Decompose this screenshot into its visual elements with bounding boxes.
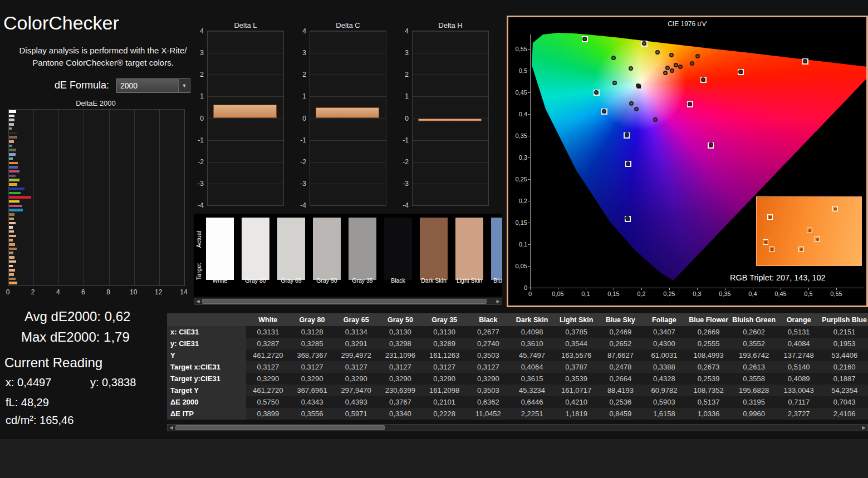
table-cell: 0,2555 bbox=[686, 338, 731, 349]
scroll-right-icon[interactable]: ▶ bbox=[860, 425, 867, 431]
de-bar bbox=[9, 222, 16, 225]
de-bar bbox=[9, 230, 14, 233]
swatch-label: White bbox=[206, 277, 234, 284]
swatch-scrollbar[interactable]: ◀ ▶ bbox=[194, 298, 502, 305]
table-cell: 368,7367 bbox=[290, 349, 334, 361]
swatch-label: Black bbox=[384, 277, 412, 284]
axis-tick-label: 3 bbox=[292, 49, 306, 57]
axis-tick-label: -3 bbox=[292, 180, 306, 188]
row-label: ΔE 2000 bbox=[167, 396, 246, 408]
swatch-target bbox=[491, 249, 502, 280]
table-cell: 0,5140 bbox=[777, 361, 821, 373]
description-line2: Pantone ColorChecker® target colors. bbox=[11, 57, 195, 69]
swatch-label: Gray 35 bbox=[349, 277, 376, 284]
tick-mark bbox=[614, 288, 614, 290]
scroll-right-icon[interactable]: ▶ bbox=[494, 298, 502, 304]
table-row: ΔE 20000,57500,43430,43930,37670,21010,6… bbox=[167, 396, 868, 408]
de-bar bbox=[9, 196, 31, 199]
swatch-target bbox=[277, 249, 305, 280]
table-cell: 0,2469 bbox=[599, 326, 643, 338]
table-cell: 0,3503 bbox=[467, 349, 510, 361]
axis-tick-label: -4 bbox=[189, 201, 204, 209]
table-cell: 1,0336 bbox=[686, 408, 731, 420]
table-header-row: WhiteGray 80Gray 65Gray 50Gray 35BlackDa… bbox=[167, 313, 868, 326]
inset-measured-marker bbox=[800, 248, 803, 251]
table-cell: 53,4406 bbox=[821, 349, 868, 361]
de-bar bbox=[9, 282, 17, 284]
table-cell: 0,3290 bbox=[467, 373, 510, 385]
tick-mark bbox=[528, 201, 530, 201]
cie-measured-marker bbox=[701, 77, 705, 82]
de-bar bbox=[9, 115, 14, 117]
swatch-label: Gray 80 bbox=[242, 277, 269, 284]
axis-tick-label: 0,55 bbox=[826, 290, 846, 297]
table-cell: 0,2539 bbox=[686, 373, 731, 385]
actual-row-label: Actual bbox=[195, 225, 202, 253]
swatch-patch bbox=[206, 218, 234, 280]
scroll-left-icon[interactable]: ◀ bbox=[194, 298, 202, 304]
table-cell: 0,3130 bbox=[378, 326, 422, 338]
table-cell: 0,9960 bbox=[731, 408, 777, 420]
swatch-label: Dark Skin bbox=[420, 277, 448, 284]
table-cell: 0,1953 bbox=[821, 338, 868, 349]
axis-tick-label: 0,2 bbox=[509, 198, 527, 204]
tick-mark bbox=[528, 92, 530, 93]
de-bar bbox=[9, 192, 21, 195]
delta-h-chart bbox=[412, 31, 489, 206]
table-cell: 0,3899 bbox=[246, 408, 290, 420]
swatch-patch bbox=[455, 218, 483, 280]
table-cell: 0,3290 bbox=[290, 373, 334, 385]
row-label: x: CIE31 bbox=[167, 326, 246, 338]
chevron-down-icon[interactable]: ▼ bbox=[178, 79, 190, 92]
cie-measured-marker bbox=[612, 81, 617, 85]
table-scrollbar-thumb[interactable] bbox=[175, 425, 385, 430]
tick-mark bbox=[528, 223, 530, 223]
delta-bar bbox=[316, 107, 379, 119]
table-cell: 461,2720 bbox=[246, 349, 290, 361]
axis-tick-label: -2 bbox=[292, 158, 306, 166]
cdm2-reading: cd/m²: 165,46 bbox=[6, 414, 73, 427]
scroll-left-icon[interactable]: ◀ bbox=[168, 425, 175, 431]
table-cell: 0,4328 bbox=[643, 373, 686, 385]
table-cell: 0,3539 bbox=[554, 373, 599, 385]
de-bar bbox=[9, 119, 14, 121]
delta-l-chart bbox=[207, 31, 284, 206]
table-cell: 1,6158 bbox=[643, 408, 686, 420]
table-cell: 1,1819 bbox=[554, 408, 599, 420]
current-reading-label: Current Reading bbox=[4, 355, 102, 371]
cie-measured-marker bbox=[626, 161, 630, 166]
swatch-patch bbox=[242, 218, 269, 280]
table-cell: 163,5576 bbox=[554, 349, 599, 361]
table-cell: 0,2677 bbox=[467, 326, 510, 338]
axis-tick-label: 6 bbox=[76, 288, 90, 296]
table-scrollbar[interactable]: ◀ ▶ bbox=[167, 424, 868, 431]
table-cell: 88,4193 bbox=[599, 385, 643, 396]
swatch-actual bbox=[491, 218, 502, 249]
swatch-label: Light Skin bbox=[455, 277, 483, 284]
table-cell: 0,3388 bbox=[643, 361, 686, 373]
de-bar bbox=[9, 157, 13, 160]
de-formula-dropdown[interactable]: 2000 ▼ bbox=[116, 78, 190, 93]
row-label: Y bbox=[167, 349, 246, 361]
tick-mark bbox=[586, 288, 586, 290]
table-cell: 0,5971 bbox=[334, 408, 378, 420]
cie-y-axis bbox=[530, 35, 531, 288]
delta-c-chart bbox=[310, 31, 386, 206]
de-bar bbox=[9, 132, 17, 135]
swatch-target bbox=[349, 249, 376, 280]
tick-mark bbox=[528, 71, 530, 71]
tick-mark bbox=[641, 288, 642, 290]
de-bar bbox=[9, 213, 14, 216]
max-de2000: Max dE2000: 1,79 bbox=[21, 329, 130, 345]
table-cell: 0,7043 bbox=[821, 396, 868, 408]
de-bar bbox=[9, 256, 14, 259]
column-header: Black bbox=[467, 313, 510, 326]
swatch-scrollbar-thumb[interactable] bbox=[202, 299, 487, 304]
table-cell: 108,4993 bbox=[686, 349, 731, 361]
table-cell: 0,3287 bbox=[246, 338, 290, 349]
table-cell: 0,4064 bbox=[510, 361, 554, 373]
table-corner-cell bbox=[167, 313, 246, 326]
cie-measured-marker bbox=[663, 71, 668, 75]
table-cell: 0,6446 bbox=[510, 396, 554, 408]
table-cell: 0,4084 bbox=[777, 338, 821, 349]
